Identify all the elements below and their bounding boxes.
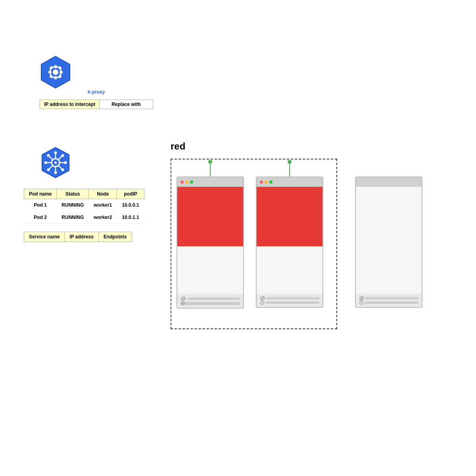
browser-frame-2 [256,177,323,308]
dot-green-1 [190,180,193,184]
svg-point-23 [54,171,57,174]
svg-rect-3 [54,65,57,68]
footer-progress-3 [365,297,418,299]
svg-point-22 [54,152,57,154]
svg-point-27 [61,169,64,171]
pod2-ip: 10.0.1.1 [117,211,144,224]
browsers-section [177,165,422,309]
browser-content-2 [257,187,322,294]
svg-point-31 [182,303,184,304]
service-table-header-ip: IP address [65,232,98,242]
pod-table: Pod name Status Node podIP Pod 1 RUNNING… [24,189,144,224]
footer-progress-2 [266,297,319,299]
svg-rect-6 [60,71,63,73]
footer-bar-1-3 [359,297,418,300]
kproxy-label: k-proxy [40,89,153,95]
connector-line-2 [289,164,290,177]
dot-green-2 [269,180,273,184]
browser-window-1 [177,177,244,309]
pod-table-header-name: Pod name [24,189,57,199]
browser-window-2 [256,177,323,308]
footer-bar-3-3 [365,301,418,304]
browser-body-lower-2 [257,246,322,294]
dot-yellow-2 [265,180,268,184]
browser-body-lower-1 [177,246,243,294]
service-table-header-name: Service name [24,232,65,242]
browser-window-3 [355,177,422,308]
footer-gear-3 [359,300,364,305]
svg-rect-5 [48,71,52,73]
service-table: Service name IP address Endpoints [24,232,132,242]
pod-table-header-node: Node [89,189,117,199]
svg-point-2 [53,69,58,75]
browser-footer-3 [356,294,422,307]
connector-dot-2 [288,160,292,164]
footer-gear-1 [180,301,185,306]
footer-gear-2 [260,300,265,305]
svg-point-25 [64,161,67,164]
pod1-name: Pod 1 [24,199,57,211]
kproxy-icon [40,56,71,89]
replace-with-box: Replace with [100,100,153,109]
kubernetes-section: Pod name Status Node podIP Pod 1 RUNNING… [24,147,144,242]
footer-progress-1 [188,298,240,300]
footer-bar-1-2 [260,297,319,300]
pod2-node: worker2 [89,211,117,224]
footer-bar-2-3 [359,301,418,304]
browser-frame-3 [355,177,422,308]
dot-red-2 [260,180,263,184]
pod2-status: RUNNING [57,211,89,224]
browser-content-3 [356,187,422,294]
pod-table-header-podip: podIP [117,189,144,199]
dot-yellow-1 [185,180,188,184]
red-label: red [171,141,185,152]
dot-red-1 [180,180,184,184]
browser-titlebar-2 [257,177,322,187]
browser-footer-1 [177,294,243,308]
svg-point-29 [47,169,50,171]
connector-line-1 [210,164,211,177]
svg-rect-4 [54,76,57,79]
kubernetes-icon [40,147,71,178]
connector-dot-1 [208,160,212,164]
table-row: Pod 1 RUNNING worker1 10.0.0.1 [24,199,144,211]
ip-intercept-box: IP address to intercept [40,100,100,109]
footer-bar-1a [180,297,240,301]
browser-content-1 [177,187,243,294]
ip-intercept-row: IP address to intercept Replace with [40,100,153,109]
footer-bar-2-1 [180,302,240,305]
red-content-1 [177,187,243,246]
browser-footer-2 [257,294,322,307]
svg-point-35 [361,302,362,303]
footer-icon-1 [180,296,186,301]
kproxy-section: k-proxy IP address to intercept Replace … [40,56,153,109]
svg-point-28 [61,154,64,157]
svg-point-13 [54,161,57,164]
svg-point-24 [44,161,47,164]
footer-bar-2-2 [260,301,319,304]
footer-bar-3-2 [265,301,319,304]
service-table-header-endpoints: Endpoints [98,232,132,242]
pod1-node: worker1 [89,199,117,211]
footer-bar-3-1 [186,302,240,305]
browser-titlebar-1 [177,177,243,187]
svg-point-33 [261,302,263,303]
red-content-2 [257,187,322,246]
pod1-ip: 10.0.0.1 [117,199,144,211]
browser-frame-1 [177,177,244,309]
pod1-status: RUNNING [57,199,89,211]
pod2-name: Pod 2 [24,211,57,224]
svg-point-26 [47,154,50,157]
pod-table-header-status: Status [57,189,89,199]
table-row: Pod 2 RUNNING worker2 10.0.1.1 [24,211,144,224]
browser-titlebar-3 [356,177,422,187]
